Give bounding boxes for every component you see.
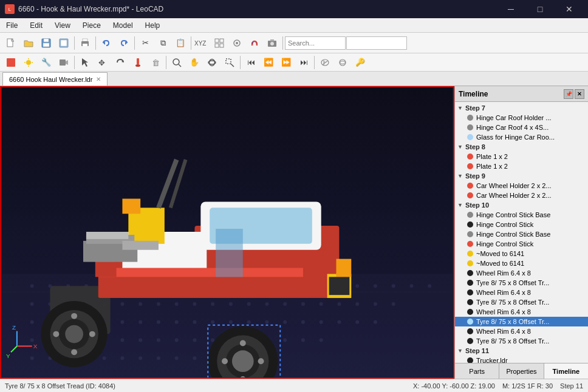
tree-item-wheel-holder-1[interactable]: Car Wheel Holder 2 x 2...	[455, 181, 588, 191]
tree-item-moved-6141-2[interactable]: ~Moved to 6141	[455, 259, 588, 268]
tab-properties[interactable]: Properties	[499, 363, 544, 379]
new-model-button[interactable]	[2, 54, 19, 71]
tb2-sep2	[166, 56, 166, 69]
svg-rect-15	[215, 44, 219, 47]
copy-button[interactable]: ⧉	[154, 35, 171, 52]
pan-button[interactable]: ✋	[186, 54, 203, 71]
key-button[interactable]: 🔑	[352, 54, 369, 71]
zoom-region-button[interactable]	[221, 54, 238, 71]
tree-item-wheel-rim-2[interactable]: Wheel Rim 6.4 x 8	[455, 288, 588, 297]
tab-close-button[interactable]: ✕	[96, 76, 101, 83]
new-button[interactable]	[2, 35, 19, 52]
tree-item-hinge-car-roof[interactable]: Hinge Car Roof 4 x 4S...	[455, 123, 588, 132]
search-input[interactable]	[285, 36, 346, 50]
magnet-button[interactable]	[246, 35, 263, 52]
tree-item-tyre-2[interactable]: Tyre 8/ 75 x 8 Offset Tr...	[455, 297, 588, 307]
dot-icon	[467, 251, 473, 257]
print-button[interactable]	[77, 35, 94, 52]
svg-point-126	[283, 339, 287, 342]
step-9-header[interactable]: ▼ Step 9	[455, 171, 588, 181]
close-button[interactable]: ✕	[555, 0, 583, 18]
grid-button[interactable]	[211, 35, 228, 52]
svg-point-148	[71, 313, 77, 319]
panel-pin-button[interactable]: 📌	[564, 89, 573, 99]
tree-item-hinge-ctrl-stick-1[interactable]: Hinge Control Stick	[455, 220, 588, 229]
tree-item-trucker[interactable]: Trucker.ldr	[455, 356, 588, 363]
tree-item-hinge-car-roof-holder[interactable]: Hinge Car Roof Holder ...	[455, 113, 588, 123]
step-last-button[interactable]: ⏭	[295, 54, 312, 71]
xyz-button[interactable]: XYZ	[193, 35, 210, 52]
minimize-button[interactable]: ─	[497, 0, 525, 18]
viewport[interactable]: Z X Y	[0, 86, 454, 379]
step-7-expand-icon: ▼	[457, 105, 463, 111]
tree-item-plate-1[interactable]: Plate 1 x 2	[455, 152, 588, 161]
svg-point-104	[247, 320, 251, 324]
step-11-header[interactable]: ▼ Step 11	[455, 346, 588, 356]
tree-item-hinge-ctrl-stick-base-2[interactable]: Hinge Control Stick Base	[455, 229, 588, 239]
redo-button[interactable]	[115, 35, 132, 52]
tree-item-wheel-holder-2[interactable]: Car Wheel Holder 2 x 2...	[455, 191, 588, 200]
svg-point-89	[355, 302, 359, 306]
save-all-button[interactable]	[55, 35, 72, 52]
svg-rect-179	[122, 241, 159, 250]
panel-header: Timeline 📌 ✕	[455, 86, 588, 102]
cut-button[interactable]: ✂	[137, 35, 154, 52]
video-button[interactable]	[55, 54, 72, 71]
save-button[interactable]	[38, 35, 55, 52]
step-8-header[interactable]: ▼ Step 8	[455, 142, 588, 152]
tree-item-moved-6141-1[interactable]: ~Moved to 6141	[455, 249, 588, 259]
animation-button[interactable]	[334, 54, 351, 71]
svg-point-48	[30, 284, 34, 288]
svg-point-166	[232, 350, 254, 372]
tree-item-wheel-rim-4[interactable]: Wheel Rim 6.4 x 8	[455, 326, 588, 336]
paste-button[interactable]: 📋	[172, 35, 189, 52]
dot-icon	[467, 124, 473, 130]
menu-piece[interactable]: Piece	[77, 19, 107, 32]
menu-view[interactable]: View	[49, 19, 77, 32]
menu-file[interactable]: File	[0, 19, 24, 32]
wrench-button[interactable]: 🔧	[38, 54, 55, 71]
tree-item-glass-hinge[interactable]: Glass for Hinge Car Roo...	[455, 132, 588, 142]
filter-input[interactable]	[346, 36, 407, 50]
zoom-fit-button[interactable]	[168, 54, 185, 71]
tree-item-wheel-rim-3[interactable]: Wheel Rim 6.4 x 8	[455, 307, 588, 317]
move-button[interactable]: ✥	[94, 54, 111, 71]
tree-item-hinge-ctrl-stick-base-1[interactable]: Hinge Control Stick Base	[455, 210, 588, 220]
step-prev-button[interactable]: ⏪	[260, 54, 277, 71]
panel-close-button[interactable]: ✕	[575, 89, 584, 99]
svg-point-138	[193, 356, 196, 360]
menu-edit[interactable]: Edit	[24, 19, 49, 32]
light-button[interactable]	[20, 54, 37, 71]
select-button[interactable]	[77, 54, 94, 71]
svg-point-135	[138, 356, 142, 360]
svg-point-106	[283, 320, 287, 324]
svg-point-85	[283, 302, 287, 306]
orbit-button[interactable]	[203, 54, 220, 71]
svg-rect-162	[216, 229, 243, 277]
maximize-button[interactable]: □	[526, 0, 554, 18]
tree-item-plate-2[interactable]: Plate 1 x 2	[455, 161, 588, 171]
paint-button[interactable]	[129, 54, 146, 71]
play-button[interactable]	[316, 54, 333, 71]
menu-help[interactable]: Help	[139, 19, 166, 32]
svg-rect-23	[270, 39, 274, 41]
tree-item-tyre-3-selected[interactable]: Tyre 8/ 75 x 8 Offset Tr...	[455, 317, 588, 326]
step-10-header[interactable]: ▼ Step 10	[455, 200, 588, 210]
tree-item-tyre-1[interactable]: Tyre 8/ 75 x 8 Offset Tr...	[455, 278, 588, 288]
undo-button[interactable]	[98, 35, 115, 52]
step-next-button[interactable]: ⏩	[278, 54, 295, 71]
delete-button[interactable]: 🗑	[147, 54, 164, 71]
rotate-button[interactable]	[112, 54, 129, 71]
snap-button[interactable]	[228, 35, 245, 52]
camera-button[interactable]	[264, 35, 281, 52]
open-button[interactable]	[20, 35, 37, 52]
tree-item-hinge-ctrl-stick-2[interactable]: Hinge Control Stick	[455, 239, 588, 249]
tree-item-tyre-4[interactable]: Tyre 8/ 75 x 8 Offset Tr...	[455, 336, 588, 346]
tab-timeline[interactable]: Timeline	[544, 363, 588, 379]
menu-model[interactable]: Model	[107, 19, 139, 32]
step-7-header[interactable]: ▼ Step 7	[455, 103, 588, 113]
tab-parts[interactable]: Parts	[455, 363, 499, 379]
tab-main[interactable]: 6660 Hook Haul Wrecker.ldr ✕	[2, 72, 108, 86]
step-first-button[interactable]: ⏮	[242, 54, 259, 71]
tree-item-wheel-rim-1[interactable]: Wheel Rim 6.4 x 8	[455, 268, 588, 278]
